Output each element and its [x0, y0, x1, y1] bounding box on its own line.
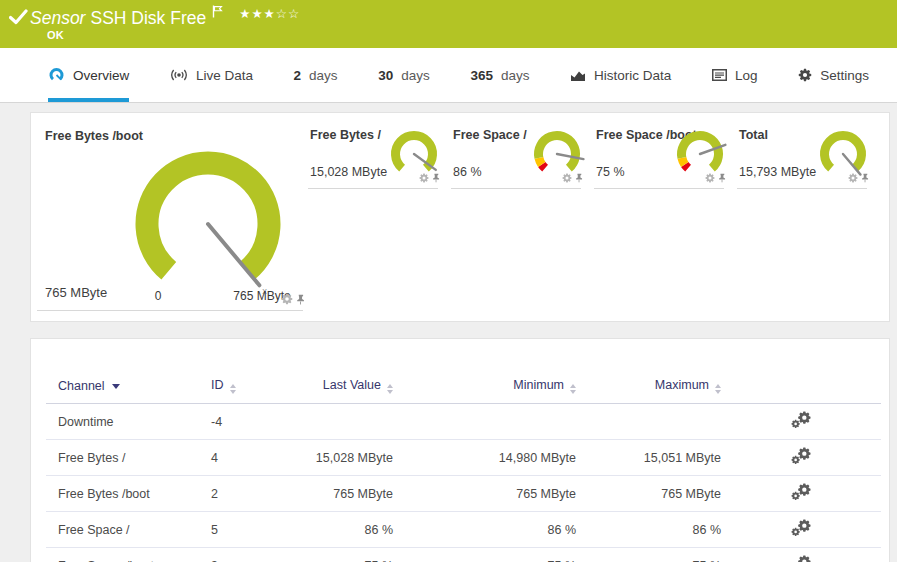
flag-icon[interactable]: [212, 5, 223, 18]
gauge-pin-icon[interactable]: [296, 291, 305, 309]
sensor-header: SensorSSH Disk Free ★★★☆☆ OK: [0, 0, 897, 48]
gauge-pin-icon[interactable]: [718, 169, 726, 187]
sensor-name: SSH Disk Free: [90, 8, 206, 28]
gauge-gear-icon[interactable]: [281, 291, 293, 309]
last-value-cell: 86 %: [303, 512, 393, 548]
table-row: Free Bytes /boot2765 MByte765 MByte765 M…: [46, 476, 881, 512]
ok-check-icon: [9, 9, 28, 25]
tab-30-days[interactable]: 30 days: [378, 48, 430, 102]
tab-log[interactable]: Log: [712, 48, 758, 102]
channel-cell: Downtime: [46, 404, 211, 440]
tab-number: 30: [378, 68, 393, 83]
tab-label: Overview: [73, 68, 129, 83]
gauge-free-bytes-root: Free Bytes /15,028 MByte: [308, 124, 438, 189]
id-cell: 4: [211, 440, 303, 476]
channel-cell: Free Space /boot: [46, 548, 211, 562]
settings-cell: [721, 440, 881, 476]
status-badge: OK: [47, 29, 64, 41]
tab-label: Settings: [820, 68, 869, 83]
gauge-value: 86 %: [453, 165, 482, 179]
tab-365-days[interactable]: 365 days: [470, 48, 529, 102]
minimum-cell: 86 %: [393, 512, 576, 548]
tab-2-days[interactable]: 2 days: [294, 48, 338, 102]
minimum-cell: 765 MByte: [393, 476, 576, 512]
tab-settings[interactable]: Settings: [798, 48, 869, 102]
priority-stars[interactable]: ★★★☆☆: [239, 6, 300, 21]
gauge-value: 15,793 MByte: [739, 165, 816, 179]
minimum-cell: 75 %: [393, 548, 576, 562]
table-row: Downtime-4: [46, 404, 881, 440]
gauge-pin-icon[interactable]: [575, 169, 583, 187]
sort-icon: [230, 384, 236, 394]
maximum-cell: 75 %: [576, 548, 721, 562]
gauge-gear-icon[interactable]: [705, 169, 715, 187]
gauge-gear-icon[interactable]: [419, 169, 429, 187]
gauge-pin-icon[interactable]: [861, 169, 869, 187]
gauge-min-label: 0: [155, 289, 162, 303]
broadcast-icon: [170, 68, 188, 82]
tab-overview[interactable]: Overview: [48, 48, 129, 102]
id-cell: 2: [211, 476, 303, 512]
sensor-kind-label: Sensor: [30, 8, 85, 28]
channel-table: ChannelIDLast ValueMinimumMaximum Downti…: [46, 370, 881, 562]
maximum-cell: 86 %: [576, 512, 721, 548]
maximum-cell: [576, 404, 721, 440]
tab-label: days: [309, 68, 338, 83]
id-cell: 5: [211, 512, 303, 548]
gauge-gear-icon[interactable]: [848, 169, 858, 187]
id-cell: -4: [211, 404, 303, 440]
column-header-last-value[interactable]: Last Value: [303, 370, 393, 404]
gauge-icon: [48, 67, 65, 83]
settings-cell: [721, 548, 881, 562]
maximum-cell: 765 MByte: [576, 476, 721, 512]
settings-cell: [721, 476, 881, 512]
tab-label: days: [401, 68, 430, 83]
last-value-cell: 765 MByte: [303, 476, 393, 512]
column-header-minimum[interactable]: Minimum: [393, 370, 576, 404]
channel-settings-gears-icon[interactable]: [791, 411, 812, 432]
tab-label: Log: [735, 68, 758, 83]
channel-settings-gears-icon[interactable]: [791, 447, 812, 468]
column-header-channel[interactable]: Channel: [46, 370, 211, 404]
table-row: Free Bytes /415,028 MByte14,980 MByte15,…: [46, 440, 881, 476]
sort-desc-icon: [112, 384, 120, 389]
tab-number: 365: [470, 68, 493, 83]
sort-icon: [387, 384, 393, 394]
gauge-value: 75 %: [596, 165, 625, 179]
gauge-value: 15,028 MByte: [310, 165, 387, 179]
gauge-value: 765 MByte: [45, 285, 107, 300]
channel-settings-gears-icon[interactable]: [791, 519, 812, 540]
channel-settings-gears-icon[interactable]: [791, 483, 812, 504]
settings-cell: [721, 404, 881, 440]
channel-table-panel: ChannelIDLast ValueMinimumMaximum Downti…: [30, 338, 890, 562]
gauge-free-bytes-boot: Free Bytes /bootx0765 MByte765 MByte: [37, 120, 303, 311]
tab-number: 2: [294, 68, 302, 83]
tab-label: days: [501, 68, 530, 83]
table-row: Free Space /586 %86 %86 %: [46, 512, 881, 548]
table-row: Free Space /boot375 %75 %75 %: [46, 548, 881, 562]
gauge-total: Total15,793 MByte: [737, 124, 867, 189]
log-list-icon: [712, 69, 727, 81]
settings-cell: [721, 512, 881, 548]
column-header-id[interactable]: ID: [211, 370, 303, 404]
sort-icon: [715, 384, 721, 394]
last-value-cell: [303, 404, 393, 440]
minimum-cell: [393, 404, 576, 440]
column-header-maximum[interactable]: Maximum: [576, 370, 721, 404]
channel-cell: Free Bytes /boot: [46, 476, 211, 512]
maximum-cell: 15,051 MByte: [576, 440, 721, 476]
gauge-free-space-root: Free Space /86 %: [451, 124, 581, 189]
gauge-pin-icon[interactable]: [432, 169, 440, 187]
sensor-tabbar: Overview Live Data 2 days 30 days 365 da…: [0, 48, 897, 103]
last-value-cell: 15,028 MByte: [303, 440, 393, 476]
page-title: SensorSSH Disk Free ★★★☆☆: [30, 5, 300, 29]
tab-live-data[interactable]: Live Data: [170, 48, 253, 102]
column-header-actions: [721, 370, 881, 404]
channel-settings-gears-icon[interactable]: [791, 555, 812, 562]
gauge-gear-icon[interactable]: [562, 169, 572, 187]
last-value-cell: 75 %: [303, 548, 393, 562]
gear-icon: [798, 68, 812, 82]
minimum-cell: 14,980 MByte: [393, 440, 576, 476]
tab-historic-data[interactable]: Historic Data: [570, 48, 671, 102]
area-chart-icon: [570, 69, 586, 82]
